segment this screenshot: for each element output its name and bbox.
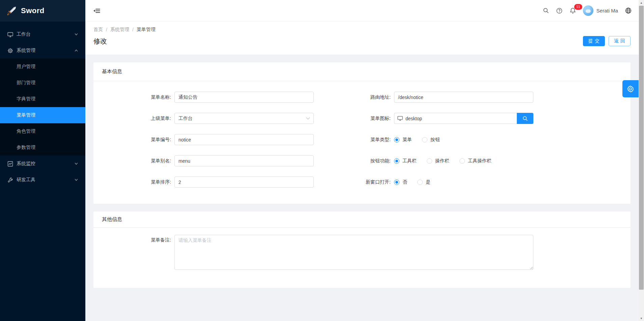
menu-sort-label: 菜单排序:: [93, 179, 174, 185]
theme-settings-button[interactable]: [622, 80, 639, 97]
radio-new-window-yes[interactable]: 是: [417, 179, 430, 185]
menu-code-input[interactable]: [174, 134, 314, 145]
back-button[interactable]: 返回: [609, 36, 631, 46]
route-input[interactable]: [394, 92, 533, 103]
search-button[interactable]: [539, 0, 553, 22]
sidebar-item-dict-management[interactable]: 字典管理: [0, 91, 85, 107]
sidebar-item-user-management[interactable]: 用户管理: [0, 59, 85, 75]
app-logo[interactable]: Sword: [0, 0, 85, 22]
radio-button-func-action-bar[interactable]: 操作栏: [427, 158, 449, 164]
parent-menu-value: 工作台: [178, 116, 193, 122]
form-row: 菜单备注:: [93, 235, 631, 270]
top-navbar: 11 Serati Ma: [85, 0, 639, 22]
page-scrollbar[interactable]: ▲ ▼: [639, 0, 644, 321]
sidebar-item-dept-management[interactable]: 部门管理: [0, 75, 85, 91]
page-header: 首页 / 系统管理 / 菜单管理 修改 提交 返回: [85, 22, 639, 55]
title-row: 修改 提交 返回: [85, 33, 639, 46]
help-button[interactable]: [553, 0, 566, 22]
parent-menu-select[interactable]: 工作台: [174, 113, 314, 124]
breadcrumb: 首页 / 系统管理 / 菜单管理: [85, 22, 639, 33]
menu-icon-input[interactable]: [394, 113, 517, 124]
radio-menu-type-menu[interactable]: 菜单: [394, 137, 412, 143]
menu-type-label: 菜单类型:: [314, 137, 394, 143]
icon-search-button[interactable]: [517, 113, 533, 124]
other-info-body: 菜单备注:: [93, 228, 631, 288]
chevron-down-icon: [75, 178, 78, 182]
radio-label: 工具操作栏: [468, 158, 492, 164]
sidebar-collapse-button[interactable]: [85, 0, 108, 22]
sidebar-item-label: 系统管理: [17, 47, 75, 54]
form-row: 菜单名称: 路由地址:: [93, 92, 631, 103]
sidebar-item-label: 部门管理: [17, 80, 35, 86]
radio-new-window-no[interactable]: 否: [394, 179, 407, 185]
username[interactable]: Serati Ma: [596, 8, 618, 13]
menu-remark-textarea[interactable]: [175, 235, 533, 269]
radio-label: 是: [426, 179, 430, 185]
radio-circle: [459, 158, 465, 164]
sidebar-item-dev-tools[interactable]: 研发工具: [0, 172, 85, 188]
question-circle-icon: [556, 8, 562, 14]
form-row: 菜单编号: 菜单类型: 菜单 按钮: [93, 134, 631, 145]
menu-sort-input[interactable]: [174, 176, 314, 188]
desktop-icon: [7, 32, 13, 37]
new-window-label: 新窗口打开:: [314, 179, 394, 185]
sidebar-item-role-management[interactable]: 角色管理: [0, 123, 85, 139]
scrollbar-up-arrow[interactable]: ▲: [639, 0, 644, 5]
submit-button[interactable]: 提交: [583, 36, 605, 46]
sidebar-item-system-management[interactable]: 系统管理: [0, 42, 85, 59]
globe-icon: [625, 7, 632, 14]
monitor-chart-icon: [7, 161, 13, 167]
sword-logo-icon: [7, 6, 17, 16]
button-func-label: 按钮功能:: [314, 158, 394, 164]
sidebar: Sword 工作台 系统管理 用户管理 部门管理: [0, 0, 85, 321]
radio-menu-type-button[interactable]: 按钮: [422, 137, 440, 143]
sidebar-item-label: 研发工具: [17, 177, 75, 183]
sidebar-item-label: 工作台: [17, 31, 75, 37]
radio-circle: [422, 137, 427, 142]
sidebar-item-menu-management[interactable]: 菜单管理: [0, 107, 85, 123]
radio-button-func-toolbar[interactable]: 工具栏: [394, 158, 417, 164]
basic-info-header: 基本信息: [93, 62, 631, 81]
other-info-card: 其他信息 菜单备注:: [93, 212, 631, 288]
gear-icon: [7, 48, 13, 54]
sidebar-item-system-monitor[interactable]: 系统监控: [0, 156, 85, 172]
scrollbar-thumb[interactable]: [639, 6, 644, 290]
desktop-field-icon: [397, 116, 403, 121]
sidebar-item-label: 菜单管理: [17, 112, 35, 118]
user-avatar[interactable]: [583, 5, 593, 16]
radio-circle: [427, 158, 432, 164]
form-row: 上级菜单: 工作台 菜单图标:: [93, 113, 631, 124]
language-button[interactable]: [621, 0, 635, 22]
app-title: Sword: [21, 6, 45, 15]
sidebar-item-label: 字典管理: [17, 96, 35, 102]
basic-info-body: 菜单名称: 路由地址: 上级菜单: 工作台 菜单图标:: [93, 81, 631, 204]
scrollbar-down-arrow[interactable]: ▼: [639, 316, 644, 321]
breadcrumb-separator: /: [132, 27, 134, 32]
menu-icon-field: [394, 113, 533, 124]
sidebar-item-label: 用户管理: [17, 64, 35, 70]
radio-button-func-tool-action-bar[interactable]: 工具操作栏: [459, 158, 492, 164]
menu-alias-label: 菜单别名:: [93, 158, 174, 164]
notifications-button[interactable]: 11: [566, 0, 580, 22]
chevron-up-icon: [75, 49, 78, 52]
sidebar-item-workbench[interactable]: 工作台: [0, 26, 85, 42]
sidebar-item-param-management[interactable]: 参数管理: [0, 139, 85, 156]
menu-type-radio-group: 菜单 按钮: [394, 137, 450, 143]
menu-name-label: 菜单名称:: [93, 94, 174, 100]
topbar-actions: 11 Serati Ma: [539, 0, 639, 22]
sidebar-item-label: 参数管理: [17, 145, 35, 151]
sidebar-item-label: 系统监控: [17, 161, 75, 167]
menu-code-label: 菜单编号:: [93, 137, 174, 143]
other-info-header: 其他信息: [93, 212, 631, 228]
breadcrumb-system-management[interactable]: 系统管理: [110, 27, 129, 33]
main-content: 基本信息 菜单名称: 路由地址: 上级菜单: 工作台: [85, 55, 639, 321]
radio-circle: [394, 180, 399, 185]
menu-name-input[interactable]: [174, 92, 314, 103]
form-row: 菜单别名: 按钮功能: 工具栏 操作栏 工具操作: [93, 155, 631, 166]
search-icon: [543, 8, 549, 13]
breadcrumb-current: 菜单管理: [137, 27, 156, 33]
basic-info-card: 基本信息 菜单名称: 路由地址: 上级菜单: 工作台: [93, 62, 631, 204]
menu-alias-input[interactable]: [174, 155, 314, 166]
breadcrumb-home[interactable]: 首页: [93, 27, 103, 33]
radio-label: 按钮: [430, 137, 440, 143]
